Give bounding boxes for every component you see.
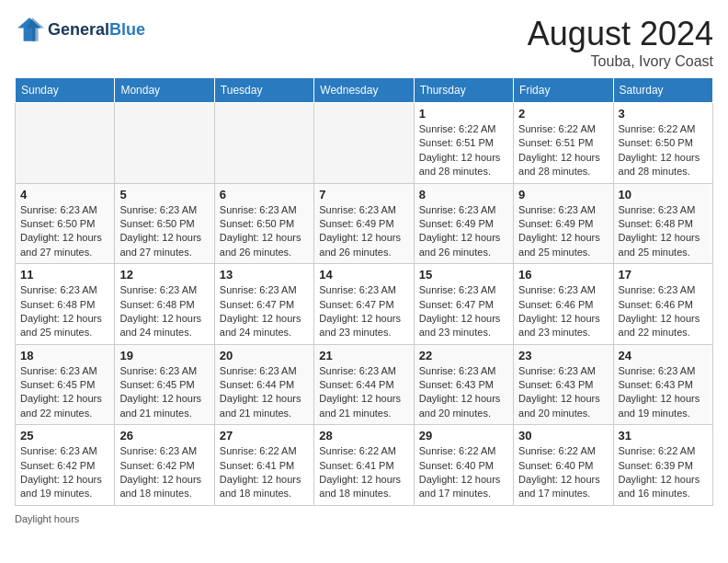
day-number: 31 <box>619 429 708 442</box>
calendar-cell: 8Sunrise: 6:23 AM Sunset: 6:49 PM Daylig… <box>414 183 513 264</box>
day-info: Sunrise: 6:23 AM Sunset: 6:49 PM Dayligh… <box>319 203 408 260</box>
calendar-cell: 27Sunrise: 6:22 AM Sunset: 6:41 PM Dayli… <box>214 425 313 506</box>
calendar-table: SundayMondayTuesdayWednesdayThursdayFrid… <box>15 77 713 506</box>
day-number: 17 <box>619 268 708 282</box>
day-info: Sunrise: 6:23 AM Sunset: 6:47 PM Dayligh… <box>220 283 309 340</box>
calendar-cell: 2Sunrise: 6:22 AM Sunset: 6:51 PM Daylig… <box>514 103 613 184</box>
day-number: 6 <box>220 188 309 201</box>
weekday-header-row: SundayMondayTuesdayWednesdayThursdayFrid… <box>16 78 713 103</box>
day-info: Sunrise: 6:23 AM Sunset: 6:43 PM Dayligh… <box>619 364 708 421</box>
weekday-header-monday: Monday <box>115 78 214 103</box>
calendar-cell: 19Sunrise: 6:23 AM Sunset: 6:45 PM Dayli… <box>115 344 214 425</box>
day-number: 14 <box>319 268 408 282</box>
day-number: 3 <box>619 107 708 121</box>
day-number: 25 <box>20 429 109 442</box>
calendar-cell: 22Sunrise: 6:23 AM Sunset: 6:43 PM Dayli… <box>414 344 513 425</box>
calendar-cell: 7Sunrise: 6:23 AM Sunset: 6:49 PM Daylig… <box>314 183 414 264</box>
calendar-cell: 23Sunrise: 6:23 AM Sunset: 6:43 PM Dayli… <box>514 344 613 425</box>
day-info: Sunrise: 6:23 AM Sunset: 6:42 PM Dayligh… <box>20 444 109 501</box>
day-number: 26 <box>119 429 209 442</box>
calendar-cell: 6Sunrise: 6:23 AM Sunset: 6:50 PM Daylig… <box>214 183 313 264</box>
calendar-cell: 17Sunrise: 6:23 AM Sunset: 6:46 PM Dayli… <box>613 264 712 345</box>
calendar-cell: 1Sunrise: 6:22 AM Sunset: 6:51 PM Daylig… <box>414 103 513 184</box>
calendar-week-2: 4Sunrise: 6:23 AM Sunset: 6:50 PM Daylig… <box>16 183 713 264</box>
calendar-cell: 18Sunrise: 6:23 AM Sunset: 6:45 PM Dayli… <box>16 344 115 425</box>
day-info: Sunrise: 6:23 AM Sunset: 6:50 PM Dayligh… <box>20 203 109 260</box>
calendar-cell: 21Sunrise: 6:23 AM Sunset: 6:44 PM Dayli… <box>314 344 414 425</box>
day-info: Sunrise: 6:22 AM Sunset: 6:51 PM Dayligh… <box>419 122 508 179</box>
day-number: 16 <box>518 268 608 282</box>
daylight-label: Daylight hours <box>15 513 79 524</box>
weekday-header-wednesday: Wednesday <box>314 78 414 103</box>
day-number: 22 <box>419 349 508 362</box>
day-number: 7 <box>319 188 408 201</box>
day-info: Sunrise: 6:23 AM Sunset: 6:46 PM Dayligh… <box>518 283 608 340</box>
day-number: 12 <box>119 268 209 282</box>
weekday-header-friday: Friday <box>514 78 613 103</box>
calendar-cell: 13Sunrise: 6:23 AM Sunset: 6:47 PM Dayli… <box>214 264 313 345</box>
day-number: 2 <box>518 107 608 121</box>
day-info: Sunrise: 6:22 AM Sunset: 6:40 PM Dayligh… <box>419 444 508 501</box>
calendar-cell: 24Sunrise: 6:23 AM Sunset: 6:43 PM Dayli… <box>613 344 712 425</box>
day-number: 13 <box>220 268 309 282</box>
day-info: Sunrise: 6:23 AM Sunset: 6:44 PM Dayligh… <box>220 364 309 421</box>
day-number: 10 <box>619 188 708 201</box>
calendar-cell <box>115 103 214 184</box>
calendar-cell: 12Sunrise: 6:23 AM Sunset: 6:48 PM Dayli… <box>115 264 214 345</box>
day-info: Sunrise: 6:22 AM Sunset: 6:50 PM Dayligh… <box>619 122 708 179</box>
day-number: 4 <box>20 188 109 201</box>
calendar-cell: 30Sunrise: 6:22 AM Sunset: 6:40 PM Dayli… <box>514 425 613 506</box>
day-info: Sunrise: 6:23 AM Sunset: 6:47 PM Dayligh… <box>319 283 408 340</box>
calendar-week-4: 18Sunrise: 6:23 AM Sunset: 6:45 PM Dayli… <box>16 344 713 425</box>
calendar-cell <box>214 103 313 184</box>
logo-text: GeneralBlue <box>48 20 145 40</box>
day-number: 29 <box>419 429 508 442</box>
calendar-cell: 3Sunrise: 6:22 AM Sunset: 6:50 PM Daylig… <box>613 103 712 184</box>
day-number: 30 <box>518 429 608 442</box>
calendar-cell: 15Sunrise: 6:23 AM Sunset: 6:47 PM Dayli… <box>414 264 513 345</box>
day-info: Sunrise: 6:23 AM Sunset: 6:48 PM Dayligh… <box>619 203 708 260</box>
day-info: Sunrise: 6:23 AM Sunset: 6:44 PM Dayligh… <box>319 364 408 421</box>
footer: Daylight hours <box>15 513 713 524</box>
page-header: GeneralBlue August 2024 Touba, Ivory Coa… <box>15 15 713 70</box>
calendar-cell: 14Sunrise: 6:23 AM Sunset: 6:47 PM Dayli… <box>314 264 414 345</box>
calendar-cell: 9Sunrise: 6:23 AM Sunset: 6:49 PM Daylig… <box>514 183 613 264</box>
calendar-cell <box>314 103 414 184</box>
calendar-cell: 10Sunrise: 6:23 AM Sunset: 6:48 PM Dayli… <box>613 183 712 264</box>
logo: GeneralBlue <box>15 15 145 44</box>
day-info: Sunrise: 6:22 AM Sunset: 6:51 PM Dayligh… <box>518 122 608 179</box>
calendar-week-3: 11Sunrise: 6:23 AM Sunset: 6:48 PM Dayli… <box>16 264 713 345</box>
calendar-cell: 4Sunrise: 6:23 AM Sunset: 6:50 PM Daylig… <box>16 183 115 264</box>
day-info: Sunrise: 6:23 AM Sunset: 6:43 PM Dayligh… <box>518 364 608 421</box>
day-info: Sunrise: 6:22 AM Sunset: 6:40 PM Dayligh… <box>518 444 608 501</box>
day-number: 1 <box>419 107 508 121</box>
day-info: Sunrise: 6:22 AM Sunset: 6:39 PM Dayligh… <box>619 444 708 501</box>
day-info: Sunrise: 6:23 AM Sunset: 6:47 PM Dayligh… <box>419 283 508 340</box>
day-info: Sunrise: 6:23 AM Sunset: 6:46 PM Dayligh… <box>619 283 708 340</box>
day-number: 28 <box>319 429 408 442</box>
calendar-cell: 11Sunrise: 6:23 AM Sunset: 6:48 PM Dayli… <box>16 264 115 345</box>
day-number: 24 <box>619 349 708 362</box>
calendar-cell: 5Sunrise: 6:23 AM Sunset: 6:50 PM Daylig… <box>115 183 214 264</box>
logo-icon <box>15 15 44 44</box>
calendar-cell: 25Sunrise: 6:23 AM Sunset: 6:42 PM Dayli… <box>16 425 115 506</box>
day-info: Sunrise: 6:23 AM Sunset: 6:48 PM Dayligh… <box>119 283 209 340</box>
day-info: Sunrise: 6:23 AM Sunset: 6:49 PM Dayligh… <box>419 203 508 260</box>
weekday-header-saturday: Saturday <box>613 78 712 103</box>
day-number: 15 <box>419 268 508 282</box>
day-info: Sunrise: 6:23 AM Sunset: 6:50 PM Dayligh… <box>119 203 209 260</box>
day-info: Sunrise: 6:23 AM Sunset: 6:42 PM Dayligh… <box>119 444 209 501</box>
calendar-cell <box>16 103 115 184</box>
calendar-cell: 28Sunrise: 6:22 AM Sunset: 6:41 PM Dayli… <box>314 425 414 506</box>
day-number: 23 <box>518 349 608 362</box>
calendar-cell: 26Sunrise: 6:23 AM Sunset: 6:42 PM Dayli… <box>115 425 214 506</box>
day-info: Sunrise: 6:23 AM Sunset: 6:50 PM Dayligh… <box>220 203 309 260</box>
day-number: 5 <box>119 188 209 201</box>
location: Touba, Ivory Coast <box>528 53 713 70</box>
day-info: Sunrise: 6:23 AM Sunset: 6:45 PM Dayligh… <box>20 364 109 421</box>
day-number: 20 <box>220 349 309 362</box>
calendar-week-1: 1Sunrise: 6:22 AM Sunset: 6:51 PM Daylig… <box>16 103 713 184</box>
weekday-header-sunday: Sunday <box>16 78 115 103</box>
day-info: Sunrise: 6:23 AM Sunset: 6:45 PM Dayligh… <box>119 364 209 421</box>
day-number: 9 <box>518 188 608 201</box>
